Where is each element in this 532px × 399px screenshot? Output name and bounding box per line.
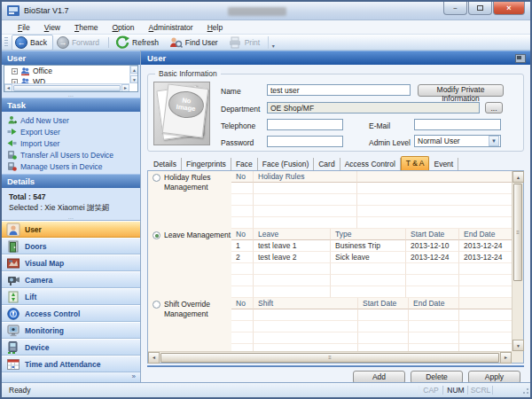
scroll-left-icon[interactable]: ◄ [4,84,12,92]
menu-help[interactable]: Help [200,21,230,34]
task-export-user[interactable]: Export User [7,126,140,137]
lift-icon [6,290,20,304]
sidebar-item-visual-map[interactable]: Visual Map [2,254,140,271]
nav-overflow-strip[interactable]: » [2,372,140,382]
leave-management-radio[interactable] [153,231,160,239]
tab-vertical-scrollbar[interactable]: ▲ ≡ ▼ [512,171,523,351]
task-manage-users[interactable]: Manage Users in Device [7,160,140,172]
scroll-up-icon[interactable]: ▲ [130,66,138,74]
password-label: Password [221,138,254,147]
password-field[interactable] [267,136,343,147]
tree-item-office[interactable]: + Office [4,66,137,76]
task-import-user[interactable]: Import User [7,137,140,149]
expand-icon[interactable]: + [12,68,18,74]
shift-override-label: Shift Override Management [164,300,231,319]
panel-window-icon[interactable] [515,54,526,63]
name-label: Name [221,87,241,96]
table-header-row: NoShiftStart DateEnd Date [231,298,512,309]
column-header: Start Date [358,298,409,309]
resize-grip[interactable] [521,388,528,395]
scroll-left-icon[interactable]: ◄ [148,352,160,364]
find-user-button[interactable]: Find User [165,34,224,51]
tab-face[interactable]: Face [231,158,258,170]
toolbar-overflow-button[interactable]: ▾ [268,36,278,49]
back-button[interactable]: ← Back [12,35,53,51]
tab-fingerprints[interactable]: Fingerprints [182,158,231,170]
sidebar-item-access-control[interactable]: Access Control [2,305,140,322]
manage-device-icon [7,161,17,171]
main-header: User [141,51,530,65]
sidebar-item-device[interactable]: Device [2,339,140,356]
tree-vertical-scrollbar[interactable]: ▲ ▼ [129,66,137,83]
admin-level-select[interactable]: Normal User ▼ [414,135,501,147]
refresh-button[interactable]: Refresh [112,34,165,51]
tab-access-control[interactable]: Access Control [340,158,401,170]
table-row[interactable]: 2test leave 2Sick leave2013-12-242013-12… [231,252,512,263]
table-row[interactable]: 1test leave 1Business Trip2013-12-102013… [231,240,512,252]
tab-event[interactable]: Event [429,158,458,170]
scroll-right-icon[interactable]: ► [500,352,512,364]
toolbar-grip[interactable] [4,37,8,48]
table-cell [459,286,512,298]
menu-view[interactable]: View [37,21,67,34]
divider [147,365,524,367]
table-cell [409,321,459,332]
scrollbar-thumb[interactable]: ≡ [513,184,522,281]
tab-card[interactable]: Card [314,158,340,170]
tab-details[interactable]: Details [149,158,182,170]
forward-button[interactable]: → Forward [53,35,106,51]
scroll-right-icon[interactable]: ► [121,84,129,92]
email-field[interactable] [414,119,501,130]
department-field[interactable] [267,102,480,113]
task-add-new-user[interactable]: Add New User [7,114,140,126]
find-user-icon [168,35,183,50]
scrollbar-thumb[interactable]: ≡ [160,353,499,363]
table-cell [231,183,254,194]
shift-override-section: Shift Override Management NoShiftStart D… [148,298,512,351]
column-header: End Date [409,298,459,309]
sidebar-item-lift[interactable]: Lift [2,288,140,305]
department-browse-button[interactable]: ... [485,102,503,113]
table-cell [331,263,406,275]
tab-t-and-a[interactable]: T & A [401,156,430,170]
table-cell [331,275,406,286]
table-cell [358,309,409,321]
sidebar-item-time-attendance[interactable]: Time and Attendance [2,356,140,372]
table-cell [357,217,512,229]
maximize-button[interactable] [468,2,492,15]
scrollbar-thumb[interactable] [13,85,121,91]
table-cell [231,263,254,275]
shift-override-radio[interactable] [153,301,160,309]
print-button[interactable]: Print [224,34,266,51]
menu-theme[interactable]: Theme [67,21,105,34]
minimize-button[interactable]: − [443,2,467,15]
tab-face-fusion[interactable]: Face (Fusion) [258,158,314,170]
task-transfer-users[interactable]: Transfer All Users to Device [7,149,140,160]
menu-option[interactable]: Option [105,21,141,34]
sidebar-item-camera[interactable]: Camera [2,271,140,288]
sidebar-item-user[interactable]: User [2,221,140,238]
overflow-chevron-icon: » [132,372,136,380]
close-button[interactable]: × [493,2,525,15]
holiday-rules-label: Holiday Rules Management [164,173,231,192]
tab-horizontal-scrollbar[interactable]: ◄ ≡ ► [148,351,512,363]
column-header: Holiday Rules [254,171,357,183]
menu-file[interactable]: File [11,21,37,34]
column-header: Start Date [406,229,459,240]
table-row [231,309,512,321]
tree-horizontal-scrollbar[interactable]: ◄ ► [4,83,129,91]
menu-administrator[interactable]: Administrator [142,21,200,34]
scroll-down-icon[interactable]: ▼ [512,340,524,351]
scroll-down-icon[interactable]: ▼ [130,75,138,83]
table-cell [406,275,459,286]
table-row [231,263,512,275]
scroll-up-icon[interactable]: ▲ [512,171,524,183]
sidebar-item-monitoring[interactable]: Monitoring [2,322,140,339]
modify-private-information-button[interactable]: Modify Private Information [418,84,504,97]
holiday-rules-radio[interactable] [153,174,160,182]
back-icon: ← [15,36,27,49]
telephone-field[interactable] [267,119,343,130]
name-field[interactable] [267,84,411,96]
table-header-row: NoLeaveTypeStart DateEnd Date [231,229,512,240]
sidebar-item-doors[interactable]: Doors [2,238,140,254]
